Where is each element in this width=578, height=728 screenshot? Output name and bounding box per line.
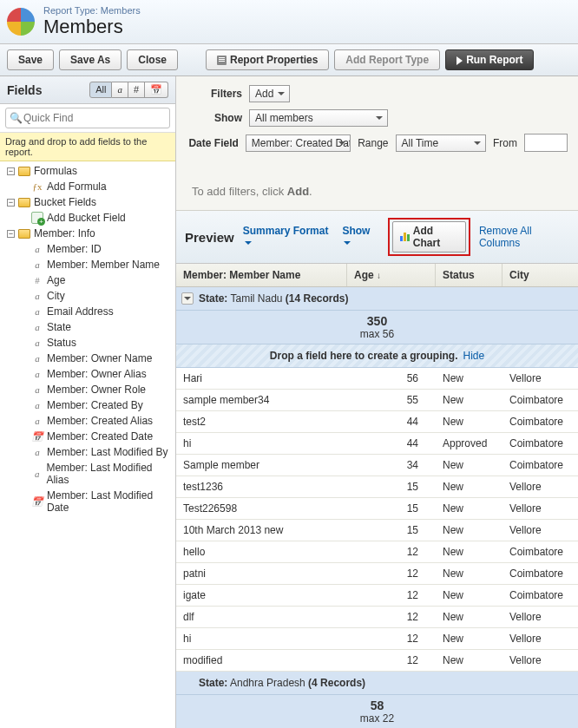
save-button[interactable]: Save [7,49,54,70]
tree-folder[interactable]: −Formulas [0,163,175,179]
toggle-date[interactable]: 📅 [145,82,168,98]
drag-hint: Drag and drop to add fields to the repor… [0,133,175,161]
preview-title: Preview [185,230,234,245]
remove-all-columns-link[interactable]: Remove All Columns [479,225,569,249]
table-row[interactable]: 10th March 2013 new15NewVellore [176,520,578,541]
col-member-name[interactable]: Member: Member Name [176,264,347,286]
add-filter-dropdown[interactable]: Add [249,85,290,102]
field-item[interactable]: aMember: Created By [0,397,175,413]
add-report-type-button[interactable]: Add Report Type [334,49,440,70]
range-dropdown[interactable]: All Time [396,134,487,152]
table-row[interactable]: modified12NewVellore [176,650,578,672]
tree-folder[interactable]: −Bucket Fields [0,194,175,210]
table-row[interactable]: Test22659815NewVellore [176,498,578,520]
properties-icon [217,56,227,65]
range-label: Range [358,137,388,149]
chart-icon [400,233,410,241]
field-item[interactable]: aMember: Owner Alias [0,366,175,382]
table-row[interactable]: Sample member34NewCoimbatore [176,455,578,476]
col-status[interactable]: Status [436,264,502,286]
save-as-button[interactable]: Save As [59,49,122,70]
toggle-number[interactable]: # [128,82,145,98]
add-formula-item[interactable]: ƒxAdd Formula [0,179,175,194]
field-item[interactable]: aCity [0,288,175,304]
filters-panel: Filters Add Show All members Date Field … [176,76,578,211]
expand-group-icon[interactable] [181,292,194,305]
field-item[interactable]: 📅Member: Created Date [0,429,175,444]
add-bucket-field-item[interactable]: Add Bucket Field [0,210,175,226]
folder-label: Formulas [34,165,77,177]
show-label: Show [187,112,242,124]
folder-icon [18,198,30,207]
collapse-icon[interactable]: − [7,230,15,238]
group-summary: 350max 56 [176,311,578,344]
hide-link[interactable]: Hide [463,350,485,362]
toggle-text[interactable]: a [112,82,128,98]
table-header-row: Member: Member Name Age ↓ Status City [176,264,578,287]
table-row[interactable]: Hari56NewVellore [176,368,578,390]
play-icon [456,56,463,65]
run-report-button[interactable]: Run Report [445,49,534,70]
group-summary: 58max 22 [176,695,578,728]
field-item[interactable]: aMember: Owner Name [0,351,175,366]
col-city[interactable]: City [502,264,578,286]
table-row[interactable]: test123615NewVellore [176,476,578,498]
from-label: From [493,137,517,149]
table-row[interactable]: patni12NewCoimbatore [176,563,578,585]
field-item[interactable]: aMember: Member Name [0,257,175,272]
field-item[interactable]: 📅Member: Last Modified Date [0,488,175,515]
sort-desc-icon: ↓ [377,271,381,280]
field-item[interactable]: aMember: ID [0,241,175,257]
group-header[interactable]: State: Andhra Pradesh (4 Records) [176,672,578,695]
show-dropdown[interactable]: All members [249,109,388,127]
sidebar-title: Fields [7,83,42,97]
format-dropdown[interactable]: Summary Format [243,225,334,249]
datefield-label: Date Field [187,137,239,149]
filters-label: Filters [187,88,242,100]
group-header[interactable]: State: Tamil Nadu (14 Records) [176,287,578,311]
main-toolbar: Save Save As Close Report Properties Add… [0,44,578,76]
chevron-down-icon [344,241,351,248]
folder-label: Member: Info [34,227,95,239]
field-item[interactable]: aMember: Created Alias [0,413,175,429]
folder-icon [18,229,30,239]
folder-label: Bucket Fields [34,196,96,208]
from-date-input[interactable] [524,134,568,152]
table-row[interactable]: hi12NewVellore [176,628,578,650]
show-dropdown-preview[interactable]: Show [342,225,378,249]
field-item[interactable]: aEmail Address [0,304,175,319]
table-row[interactable]: hello12NewCoimbatore [176,541,578,563]
field-item[interactable]: aMember: Last Modified Alias [0,460,175,488]
table-row[interactable]: hi44ApprovedCoimbatore [176,433,578,455]
chevron-down-icon [245,241,252,248]
add-chart-button[interactable]: Add Chart [392,221,466,253]
folder-icon [18,167,30,176]
table-row[interactable]: test244NewCoimbatore [176,411,578,433]
field-item[interactable]: aStatus [0,335,175,351]
drop-grouping-zone[interactable]: Drop a field here to create a grouping.H… [176,344,578,368]
field-item[interactable]: aMember: Owner Role [0,382,175,397]
report-properties-button[interactable]: Report Properties [206,49,329,70]
field-item[interactable]: aState [0,319,175,335]
close-button[interactable]: Close [127,49,178,70]
page-header: Report Type: Members Members [0,0,578,44]
page-title: Members [43,16,141,38]
col-age[interactable]: Age ↓ [347,264,436,286]
toggle-all[interactable]: All [89,82,112,98]
report-type-label: Report Type: Members [43,5,141,16]
filters-tip: To add filters, click Add. [187,159,568,198]
search-icon: 🔍 [10,112,23,124]
field-item[interactable]: #Age [0,272,175,288]
datefield-dropdown[interactable]: Member: Created Date [246,134,351,152]
table-row[interactable]: sample member3455NewCoimbatore [176,390,578,411]
table-row[interactable]: dlf12NewVellore [176,607,578,628]
table-row[interactable]: igate12NewCoimbatore [176,585,578,607]
add-icon [31,212,43,224]
add-chart-highlight: Add Chart [388,218,470,256]
tree-folder[interactable]: −Member: Info [0,226,175,241]
field-type-toggle: All a # 📅 [89,82,168,98]
quick-find-input[interactable] [6,108,169,128]
collapse-icon[interactable]: − [7,199,15,207]
collapse-icon[interactable]: − [7,167,15,175]
field-item[interactable]: aMember: Last Modified By [0,444,175,460]
